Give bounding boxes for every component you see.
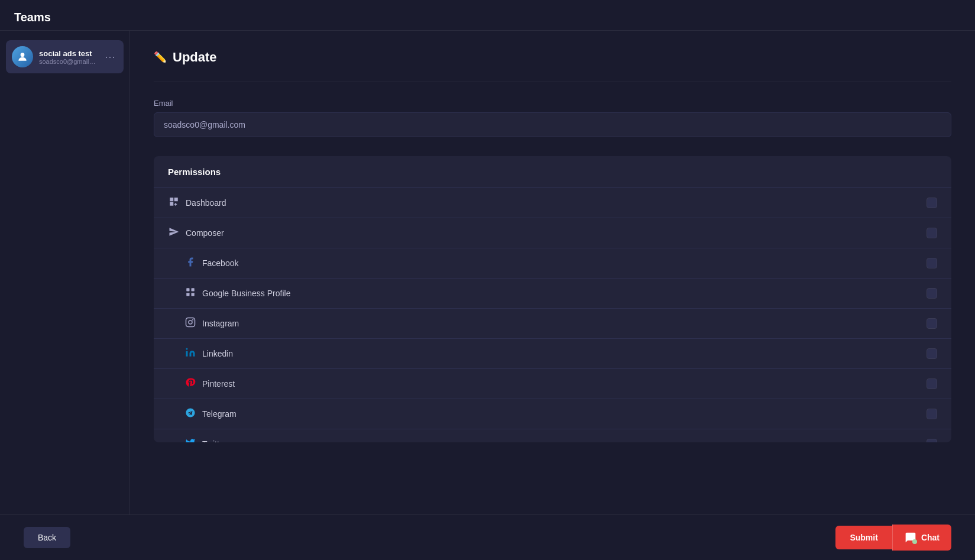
composer-checkbox[interactable] [927, 228, 937, 238]
instagram-icon [184, 317, 196, 330]
pinterest-label: Pinterest [202, 379, 235, 389]
permissions-panel: Permissions Dashboard [154, 156, 951, 442]
sidebar-team-item[interactable]: social ads test soadsco0@gmail.com ⋯ [6, 40, 124, 73]
linkedin-icon [184, 347, 196, 360]
composer-label: Composer [186, 228, 224, 238]
permission-row-instagram: Instagram [154, 309, 951, 339]
app-header: Teams [0, 0, 975, 31]
svg-point-8 [186, 348, 188, 350]
svg-rect-3 [186, 293, 189, 296]
email-field[interactable] [154, 112, 951, 137]
back-button[interactable]: Back [24, 527, 70, 548]
title-divider [154, 82, 951, 82]
telegram-icon [184, 407, 196, 420]
chat-bubble-icon [905, 532, 916, 543]
permission-row-telegram: Telegram [154, 399, 951, 429]
twitter-checkbox[interactable] [927, 439, 937, 442]
permissions-scroll[interactable]: Dashboard Composer [154, 188, 951, 442]
google-business-label: Google Business Profile [202, 289, 290, 298]
svg-point-6 [189, 321, 192, 324]
instagram-checkbox[interactable] [927, 318, 937, 329]
composer-icon [168, 226, 180, 239]
chat-button[interactable]: Chat [892, 525, 951, 551]
email-label: Email [154, 99, 951, 108]
footer-bar: Back Submit Chat [0, 514, 975, 560]
team-more-button[interactable]: ⋯ [102, 50, 118, 63]
permission-row-dashboard: Dashboard [154, 188, 951, 218]
google-business-icon [184, 287, 196, 300]
facebook-icon [184, 257, 196, 270]
team-avatar [12, 46, 33, 67]
sidebar: social ads test soadsco0@gmail.com ⋯ [0, 31, 130, 560]
instagram-label: Instagram [202, 319, 239, 328]
permission-row-linkedin: Linkedin [154, 339, 951, 369]
telegram-label: Telegram [202, 409, 237, 419]
permissions-header: Permissions [154, 156, 951, 188]
facebook-label: Facebook [202, 258, 238, 268]
team-email: soadsco0@gmail.com [39, 58, 96, 65]
pinterest-checkbox[interactable] [927, 378, 937, 389]
svg-rect-2 [192, 288, 195, 291]
pinterest-icon [184, 377, 196, 390]
team-info: social ads test soadsco0@gmail.com [39, 49, 96, 65]
linkedin-checkbox[interactable] [927, 348, 937, 359]
svg-point-0 [21, 53, 25, 57]
permission-row-twitter: Twitter [154, 429, 951, 442]
linkedin-label: Linkedin [202, 349, 233, 358]
edit-icon: ✏️ [154, 51, 167, 64]
twitter-label: Twitter [202, 439, 226, 442]
chat-label: Chat [921, 533, 940, 542]
svg-rect-5 [186, 318, 195, 327]
dashboard-icon [168, 196, 180, 209]
facebook-checkbox[interactable] [927, 258, 937, 268]
google-business-checkbox[interactable] [927, 288, 937, 299]
content-area: ✏️ Update Email Permissions Dashboard [130, 31, 975, 560]
twitter-icon [184, 438, 196, 442]
page-title: ✏️ Update [154, 50, 951, 65]
svg-rect-4 [192, 293, 195, 296]
dashboard-checkbox[interactable] [927, 198, 937, 208]
permission-row-facebook: Facebook [154, 248, 951, 279]
permission-row-google-business: Google Business Profile [154, 279, 951, 309]
svg-point-7 [192, 319, 193, 321]
main-layout: social ads test soadsco0@gmail.com ⋯ ✏️ … [0, 31, 975, 560]
chat-online-dot [912, 539, 917, 544]
right-actions: Submit Chat [835, 525, 951, 551]
telegram-checkbox[interactable] [927, 409, 937, 419]
svg-rect-1 [186, 288, 189, 291]
team-name: social ads test [39, 49, 96, 58]
dashboard-label: Dashboard [186, 198, 226, 208]
permission-row-composer: Composer [154, 218, 951, 248]
permission-row-pinterest: Pinterest [154, 369, 951, 399]
submit-button[interactable]: Submit [835, 526, 892, 549]
app-title: Teams [14, 11, 51, 24]
